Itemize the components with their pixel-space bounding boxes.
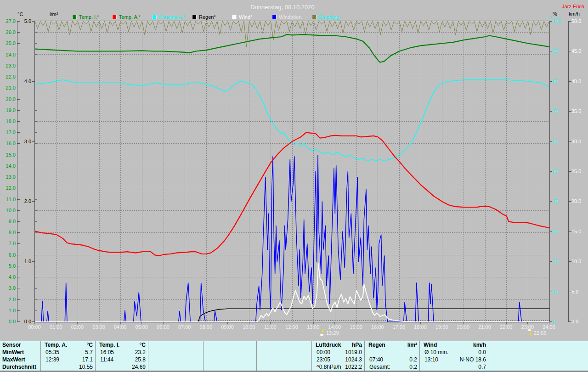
axis-tick-label: 21.0 [0,85,16,90]
axis-tick [17,66,20,66]
time-tick-label: 01:00 [46,324,66,330]
wind-axis-unit: km/h [569,11,580,17]
time-tick [356,322,356,324]
legend-item-label: Feuchte A.* [159,14,185,20]
time-tick-label: 05:00 [131,324,152,330]
time-tick [420,322,421,324]
summary-cell-value: °C [140,341,146,349]
axis-tick-label: 80 [553,79,566,84]
summary-cell [257,356,312,363]
axis-tick [17,199,20,200]
time-tick [378,322,378,324]
legend-item-regen[interactable]: Regen* [192,14,231,20]
summary-cell: 12:3917.1 [41,356,96,363]
summary-cell-time: 07:40 [369,356,383,363]
summary-column-header: Regenl/m² [365,341,420,349]
summary-column: Temp. I.°C16:0523.211:4425.824.69 [95,341,148,371]
time-tick-label: 09:00 [217,324,237,330]
axis-tick [17,255,20,255]
axis-tick-label: 11.0 [0,197,16,202]
time-tick-label: 18:00 [410,324,430,330]
series-wind [35,264,549,322]
time-tick [206,322,206,324]
weather-app-window: Donnerstag, 08.10.2020 Jarz Erich °C l/m… [0,0,588,372]
legend-item-label: Empfang [319,14,339,20]
lightning-icon [320,329,326,336]
summary-cell [148,349,204,356]
legend-item-tempi[interactable]: Temp. I.* [72,14,111,20]
axis-tick-label: 16.0 [0,141,16,146]
pct-axis-corner-label: 5 [549,14,552,19]
summary-column [203,341,257,371]
summary-column-header: Temp. I.°C [96,341,148,349]
legend-item-feuchtea[interactable]: Feuchte A.* [152,14,191,20]
axis-tick-label: 1.0 [20,259,31,264]
axis-tick [17,310,20,311]
axis-tick-label: 1.0 [0,308,16,313]
time-tick [485,322,485,324]
axis-tick [569,292,571,292]
summary-cell: 23:051024.3 [312,356,365,363]
time-marker: 22:06 [527,329,551,336]
axis-tick-label: 30 [553,229,566,234]
summary-cell-value: 10.55 [79,363,93,371]
summary-cell [148,356,204,363]
summary-cell-value: 17.1 [82,356,93,363]
legend-item-empfang[interactable]: Empfang [312,14,351,20]
axis-tick-label: 23.0 [0,63,16,68]
page-title: Donnerstag, 08.10.2020 [250,4,315,11]
axis-tick-label: 70 [553,108,566,114]
summary-table: SensorMinWertMaxWertDurchschnitt Temp. A… [0,341,588,372]
legend-swatch-icon [152,15,157,19]
summary-cell-value: km/h [473,341,486,349]
axis-tick-label: 0.0 [571,319,587,324]
legend-swatch-icon [72,15,77,19]
axis-tick-label: 9.0 [0,219,16,224]
rain-axis-unit: l/m² [50,11,58,17]
legend-item-label: Wind* [239,14,252,20]
summary-cell-time: ^0.8hPa/h [317,363,341,371]
axis-tick [17,166,20,166]
axis-tick [17,99,20,100]
axis-tick-label: 15.0 [0,152,16,158]
axis-tick-label: 4.0 [20,79,31,84]
summary-cell-time: 05:35 [45,349,59,356]
summary-cell-time: Temp. I. [99,341,119,349]
summary-column [256,341,312,371]
summary-row-label: Sensor [2,341,21,349]
time-tick-label: 12:00 [282,324,302,330]
axis-tick-label: 100 [553,18,566,24]
summary-row-label: Durchschnitt [2,363,36,371]
time-tick-label: 02:00 [67,324,87,330]
legend-swatch-icon [232,15,237,19]
axis-tick-label: 30.0 [571,139,587,144]
time-tick [506,322,507,324]
summary-cell [204,356,257,363]
time-tick [527,322,528,324]
time-tick [77,322,78,324]
summary-cell-time: 23:05 [317,356,330,363]
pct-axis-unit: % [553,11,557,17]
axis-tick-label: 4.0 [0,274,16,280]
time-tick-label: 11:00 [260,324,280,330]
summary-cell: 10.55 [41,363,96,371]
time-tick [270,322,271,324]
axis-tick-label: 5.0 [0,263,16,269]
summary-cell: 05:355.7 [41,349,96,356]
time-tick [141,322,142,324]
summary-column: Temp. A.°C05:355.712:3917.110.55 [40,341,96,371]
legend-item-wind[interactable]: Wind* [232,14,271,20]
legend-item-tempa[interactable]: Temp. A.* [112,14,151,20]
summary-column-header: LuftdruckhPa [312,341,365,349]
legend-item-windben[interactable]: Windböen [272,14,311,20]
axis-tick [569,21,571,22]
summary-cell [148,363,204,371]
summary-column [148,341,204,371]
axis-tick [17,143,20,144]
legend-swatch-icon [312,15,317,19]
summary-row-labels: SensorMinWertMaxWertDurchschnitt [0,341,40,371]
axis-tick-label: 25.0 [571,169,587,174]
time-tick [399,322,399,324]
time-tick-label: 07:00 [175,324,195,330]
summary-cell-value: 23.2 [135,349,146,356]
